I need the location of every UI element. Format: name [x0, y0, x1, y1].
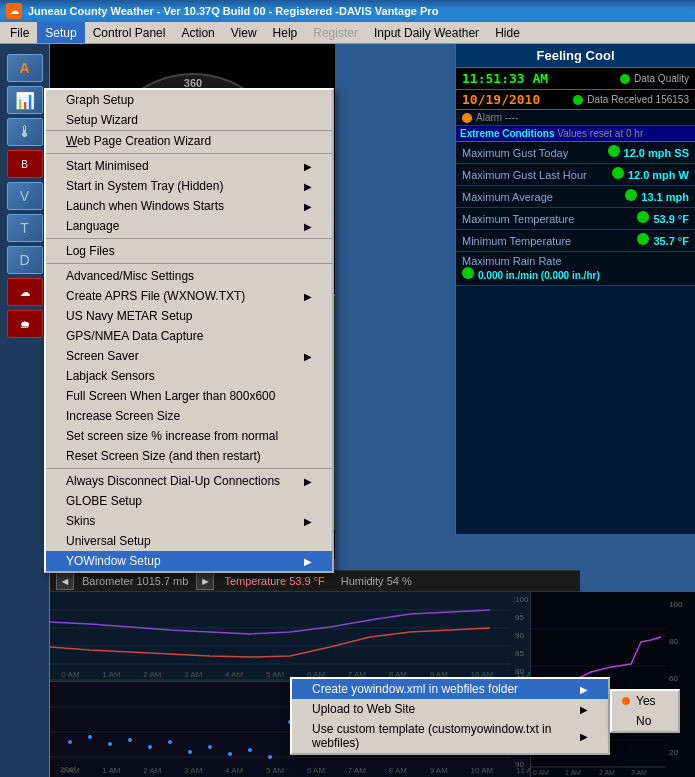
menu-hide[interactable]: Hide	[487, 22, 528, 43]
alarm-label: Alarm ----	[476, 112, 518, 123]
arrow-icon-2: ▶	[304, 181, 312, 192]
menu-help[interactable]: Help	[265, 22, 306, 43]
submenu-arrow-1: ▶	[580, 704, 588, 715]
menu-yowindow-setup[interactable]: YOWindow Setup ▶	[46, 551, 332, 571]
menu-language[interactable]: Language ▶	[46, 216, 332, 236]
title-bar: ☁ Juneau County Weather - Ver 10.37Q Bui…	[0, 0, 695, 22]
svg-text:20: 20	[669, 748, 678, 757]
left-icon-9[interactable]: 🌧	[7, 310, 43, 338]
stat-label-0: Maximum Gust Today	[462, 147, 568, 159]
stat-row-2: Maximum Average 13.1 mph	[456, 186, 695, 208]
svg-point-73	[268, 755, 272, 759]
submenu-custom-template[interactable]: Use custom template (customyowindow.txt …	[292, 719, 608, 753]
left-icon-8[interactable]: ☁	[7, 278, 43, 306]
alarm-row: Alarm ----	[456, 110, 695, 126]
svg-point-71	[228, 752, 232, 756]
svg-point-64	[88, 735, 92, 739]
stat-value-1: 12.0 mph W	[628, 169, 689, 181]
data-received-dot	[573, 95, 583, 105]
b-x-tick-1: 1 AM	[102, 766, 120, 775]
left-panel: A 📊 🌡 B V T D ☁ 🌧	[0, 44, 50, 777]
menu-file[interactable]: File	[2, 22, 37, 43]
menu-increase-screen[interactable]: Increase Screen Size	[46, 406, 332, 426]
menu-start-minimised[interactable]: Start Minimised ▶	[46, 156, 332, 176]
menu-setup-wizard[interactable]: Setup Wizard	[46, 110, 332, 130]
submenu-arrow-0: ▶	[580, 684, 588, 695]
menu-us-navy-metar[interactable]: US Navy METAR Setup	[46, 306, 332, 326]
menu-reset-screen-size[interactable]: Reset Screen Size (and then restart)	[46, 446, 332, 466]
arrow-icon-7: ▶	[304, 476, 312, 487]
yes-option[interactable]: Yes	[612, 691, 678, 711]
menu-launch-windows-starts[interactable]: Launch when Windows Starts ▶	[46, 196, 332, 216]
arrow-icon-3: ▶	[304, 201, 312, 212]
menu-graph-setup[interactable]: Graph Setup	[46, 90, 332, 110]
x-tick-2: 2 AM	[143, 670, 161, 679]
menu-input-daily-weather[interactable]: Input Daily Weather	[366, 22, 487, 43]
menu-labjack[interactable]: Labjack Sensors	[46, 366, 332, 386]
left-icon-4[interactable]: B	[7, 150, 43, 178]
submenu-upload-web[interactable]: Upload to Web Site ▶	[292, 699, 608, 719]
b-x-tick-5: 5 AM	[266, 766, 284, 775]
menu-screen-saver[interactable]: Screen Saver ▶	[46, 346, 332, 366]
yes-no-menu: Yes No	[610, 689, 680, 733]
left-icon-1[interactable]: A	[7, 54, 43, 82]
b-x-tick-0: 0 AM	[61, 766, 79, 775]
menu-control-panel[interactable]: Control Panel	[85, 22, 174, 43]
separator-1	[46, 153, 332, 154]
arrow-icon-8: ▶	[304, 516, 312, 527]
menu-view[interactable]: View	[223, 22, 265, 43]
b-x-tick-6: 6 AM	[307, 766, 325, 775]
feeling-cool: Feeling Cool	[456, 44, 695, 68]
baro-right-arrow[interactable]: ►	[196, 572, 214, 590]
b-x-tick-10: 10 AM	[471, 766, 494, 775]
baro-left-arrow[interactable]: ◄	[56, 572, 74, 590]
left-icon-6[interactable]: T	[7, 214, 43, 242]
menu-web-page-creation[interactable]: Web Page Creation Wizard	[46, 130, 332, 151]
stat-label-4: Minimum Temperature	[462, 235, 571, 247]
no-option[interactable]: No	[612, 711, 678, 731]
svg-point-63	[68, 740, 72, 744]
stats-panel: Feeling Cool 11:51:33 AM Data Quality 10…	[455, 44, 695, 534]
barometer-strip: ◄ Barometer 1015.7 mb ► Temperature 53.9…	[50, 570, 580, 592]
x-tick-4: 4 AM	[225, 670, 243, 679]
menu-universal-setup[interactable]: Universal Setup	[46, 531, 332, 551]
data-quality-label: Data Quality	[634, 73, 689, 84]
menu-full-screen[interactable]: Full Screen When Larger than 800x600	[46, 386, 332, 406]
menu-skins[interactable]: Skins ▶	[46, 511, 332, 531]
left-icon-7[interactable]: D	[7, 246, 43, 274]
chart-bottom-xaxis: 0 AM 1 AM 2 AM 3 AM 4 AM 5 AM 6 AM 7 AM …	[50, 763, 550, 777]
left-icon-5[interactable]: V	[7, 182, 43, 210]
stat-icon-2	[625, 189, 637, 201]
menu-globe-setup[interactable]: GLOBE Setup	[46, 491, 332, 511]
arrow-icon-6: ▶	[304, 351, 312, 362]
menu-action[interactable]: Action	[173, 22, 222, 43]
menu-register[interactable]: Register	[305, 22, 366, 43]
extreme-subtitle: Values reset at 0 hr	[557, 128, 643, 139]
data-received-label: Data Received 156153	[587, 94, 689, 105]
svg-text:95: 95	[515, 613, 524, 622]
menu-always-disconnect[interactable]: Always Disconnect Dial-Up Connections ▶	[46, 471, 332, 491]
stat-icon-4	[637, 233, 649, 245]
menu-setup[interactable]: Setup	[37, 22, 84, 43]
submenu-create-yowindow[interactable]: Create yowindow.xml in webfiles folder ▶	[292, 679, 608, 699]
svg-text:100: 100	[669, 600, 683, 609]
left-icon-2[interactable]: 📊	[7, 86, 43, 114]
temperature-value: Temperature 53.9 °F	[214, 575, 334, 587]
left-icon-3[interactable]: 🌡	[7, 118, 43, 146]
stat-row-5: Maximum Rain Rate 0.000 in./min (0.000 i…	[456, 252, 695, 286]
arrow-icon-5: ▶	[304, 291, 312, 302]
svg-point-65	[108, 742, 112, 746]
stat-row-3: Maximum Temperature 53.9 °F	[456, 208, 695, 230]
menu-start-system-tray[interactable]: Start in System Tray (Hidden) ▶	[46, 176, 332, 196]
menu-set-screen-size[interactable]: Set screen size % increase from normal	[46, 426, 332, 446]
menu-gps-nmea[interactable]: GPS/NMEA Data Capture	[46, 326, 332, 346]
b-x-tick-7: 7 AM	[348, 766, 366, 775]
menu-bar: File Setup Control Panel Action View Hel…	[0, 22, 695, 44]
menu-log-files[interactable]: Log Files	[46, 241, 332, 261]
stat-value-5: 0.000 in./min (0.000 in./hr)	[478, 270, 600, 281]
menu-advanced-misc[interactable]: Advanced/Misc Settings	[46, 266, 332, 286]
separator-4	[46, 468, 332, 469]
menu-create-aprs[interactable]: Create APRS File (WXNOW.TXT) ▶	[46, 286, 332, 306]
svg-point-70	[208, 745, 212, 749]
stat-label-1: Maximum Gust Last Hour	[462, 169, 587, 181]
